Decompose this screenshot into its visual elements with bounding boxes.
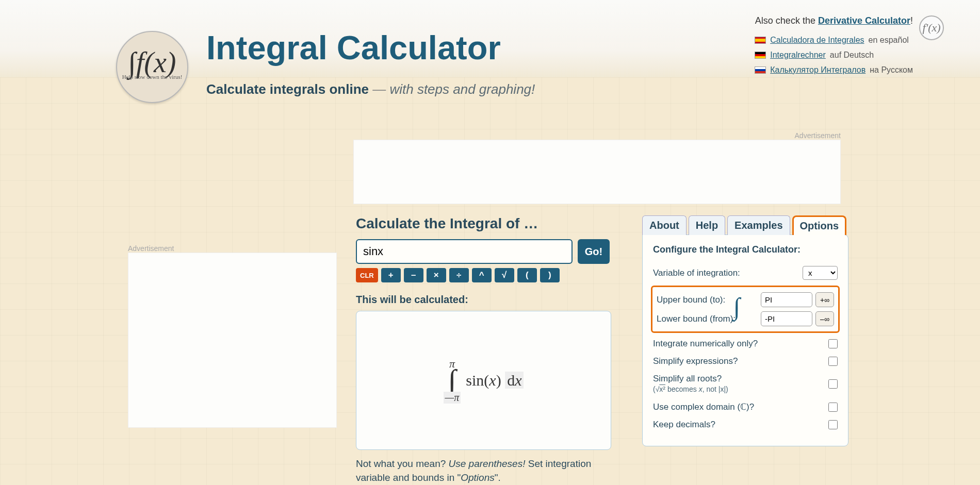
lower-bound-input[interactable] [761,311,812,326]
page-title: Integral Calculator [206,28,501,67]
key-div-button[interactable]: ÷ [449,268,469,282]
site-logo[interactable]: ∫f(x) Help slow down the virus! [116,31,188,103]
keypad: CLR + – × ÷ ^ √ ( ) [356,268,611,282]
numeric-only-checkbox[interactable] [828,339,838,348]
key-times-button[interactable]: × [427,268,446,282]
ad-label-left: Advertisement [128,244,337,253]
complex-label: Use complex domain (ℂ)? [653,402,754,412]
logo-badge-text: Help slow down the virus! [122,74,183,80]
tab-options[interactable]: Options [792,215,847,235]
simplify-roots-sub: (√x² becomes x, not |x|) [653,385,728,393]
decimals-checkbox[interactable] [828,420,838,429]
tab-examples[interactable]: Examples [727,215,790,235]
ad-top: Advertisement [353,131,841,204]
subtitle-tagline: with steps and graphing! [389,81,535,97]
expression-input[interactable] [356,239,573,264]
ad-left: Advertisement [128,244,337,428]
subtitle-lead: Calculate integrals online [206,81,369,97]
deriv-badge-icon[interactable]: f'(x) [919,15,944,40]
simplify-roots-checkbox[interactable] [828,379,838,389]
tab-about[interactable]: About [642,215,687,235]
variable-select[interactable]: x [803,266,838,280]
upper-inf-button[interactable]: +∞ [815,292,834,307]
decimals-label: Keep decimals? [653,420,715,430]
flag-de-icon [755,52,766,59]
ad-top-slot [353,140,841,204]
integral-icon: ∫ [444,369,461,392]
numeric-only-label: Integrate numerically only? [653,339,758,349]
lang-ru-link[interactable]: Калькулятор Интегралов [770,63,865,78]
preview-heading: This will be calculated: [356,294,611,306]
upper-bound-input[interactable] [761,292,812,307]
lower-inf-button[interactable]: –∞ [815,311,834,326]
upper-bound-label: Upper bound (to): [657,295,739,305]
options-heading: Configure the Integral Calculator: [653,244,838,255]
bounds-integral-icon: ∫ [733,292,740,321]
key-pow-button[interactable]: ^ [472,268,492,282]
flag-ru-icon [755,66,766,74]
lang-de-link[interactable]: Integralrechner [770,48,826,63]
language-links: Calculadora de Integrales en español Int… [755,33,913,77]
page-subtitle: Calculate integrals online — with steps … [206,81,535,97]
key-clear-button[interactable]: CLR [356,268,378,282]
logo-integral-icon: ∫f(x) [122,54,183,72]
options-panel: Configure the Integral Calculator: Varia… [642,235,848,446]
preview-lower-bound: —π [444,392,461,404]
ad-left-slot [128,253,337,428]
simplify-roots-label: Simplify all roots? [653,374,722,383]
subtitle-dash: — [369,81,389,97]
flag-es-icon [755,37,766,44]
calc-heading: Calculate the Integral of … [356,215,611,232]
derivative-calculator-link[interactable]: Derivative Calculator [818,15,910,26]
tabs: About Help Examples Options [642,215,848,235]
complex-checkbox[interactable] [828,403,838,412]
key-lparen-button[interactable]: ( [517,268,537,282]
key-rparen-button[interactable]: ) [540,268,560,282]
key-minus-button[interactable]: – [404,268,423,282]
go-button[interactable]: Go! [578,239,610,264]
lang-es-link[interactable]: Calculadora de Integrales [770,33,864,48]
derivative-link-line: Also check the Derivative Calculator! [755,15,913,26]
lower-bound-label: Lower bound (from): [657,314,739,324]
ad-label-top: Advertisement [353,131,841,140]
simplify-label: Simplify expressions? [653,356,738,366]
tab-help[interactable]: Help [689,215,725,235]
var-label: Variable of integration: [653,268,740,278]
key-plus-button[interactable]: + [381,268,401,282]
key-sqrt-button[interactable]: √ [495,268,514,282]
hint-text: Not what you mean? Use parentheses! Set … [356,457,611,484]
bounds-group: ∫ Upper bound (to): +∞ Lower bound (from… [651,286,840,333]
preview-pane: π ∫ —π sin(x) dx [356,311,611,450]
simplify-checkbox[interactable] [828,357,838,366]
